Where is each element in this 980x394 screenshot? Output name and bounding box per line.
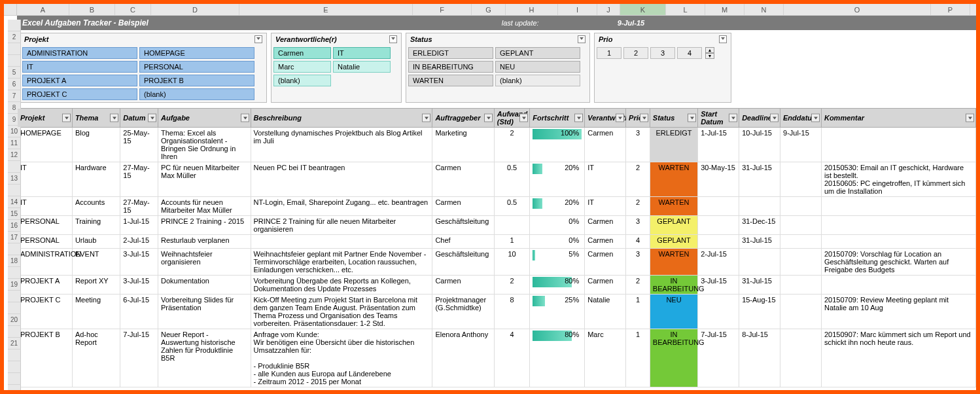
slicer-item[interactable]: PROJEKT A <box>22 75 137 86</box>
progress-cell[interactable]: 80% <box>530 276 585 295</box>
status-cell[interactable]: IN BEARBEITUNG <box>650 329 697 387</box>
table-header-cell[interactable]: Enddatum <box>780 109 822 128</box>
row-header[interactable] <box>8 185 21 196</box>
cell[interactable] <box>780 197 822 216</box>
slicer-item[interactable]: ERLEDIGT <box>408 47 493 59</box>
cell[interactable]: Weihnachtsfeier geplant mit Partner Ende… <box>251 249 432 276</box>
cell[interactable]: 27-May-15 <box>120 197 158 216</box>
cell[interactable]: IT <box>18 197 73 216</box>
cell[interactable]: Accounts für neuen Mitarbeiter Max Mülle… <box>158 197 251 216</box>
cell[interactable]: 4 <box>494 329 530 387</box>
filter-dropdown-icon[interactable] <box>241 114 249 122</box>
cell[interactable]: 3-Jul-15 <box>120 276 158 295</box>
cell[interactable]: 20150709: Review Meeting geplant mit Nat… <box>821 295 975 329</box>
col-header-D[interactable]: D <box>151 4 239 15</box>
progress-cell[interactable]: 25% <box>530 295 585 329</box>
cell[interactable]: Urlaub <box>72 235 120 249</box>
slicer-item[interactable]: HOMEPAGE <box>139 47 254 59</box>
cell[interactable] <box>739 197 780 216</box>
cell[interactable]: Thema: Excel als Organisationstalent - B… <box>158 128 251 162</box>
row-header[interactable]: 20 <box>8 314 21 326</box>
spin-down-icon[interactable]: ▼ <box>705 53 714 59</box>
col-header-F[interactable]: F <box>413 4 472 15</box>
cell[interactable]: 1-Jul-15 <box>120 216 158 235</box>
row-header[interactable]: 18 <box>8 255 21 267</box>
slicer-item[interactable]: NEU <box>495 61 580 73</box>
cell[interactable] <box>821 276 975 295</box>
table-header-cell[interactable]: Beschreibung <box>251 109 432 128</box>
cell[interactable]: ADMINISTRATION <box>18 249 73 276</box>
cell[interactable]: 31-Dec-15 <box>739 216 780 235</box>
filter-dropdown-icon[interactable] <box>688 114 696 122</box>
cell[interactable]: 20150530: Email an IT geschickt, Hardwar… <box>821 162 975 197</box>
status-cell[interactable]: IN BEARBEITUNG <box>650 276 697 295</box>
cell[interactable]: Anfrage vom Kunde: Wir benötigen eine Üb… <box>251 329 432 387</box>
row-header[interactable]: 5 <box>8 67 21 79</box>
col-header-I[interactable]: I <box>558 4 597 15</box>
row-header[interactable]: 11 <box>8 137 21 149</box>
cell[interactable]: 1 <box>626 295 650 329</box>
cell[interactable]: PC für neuen Mitarbeiter Max Müller <box>158 162 251 197</box>
cell[interactable]: Ad-hoc Report <box>72 329 120 387</box>
cell[interactable]: IT <box>585 197 626 216</box>
table-header-cell[interactable]: Prio <box>626 109 650 128</box>
cell[interactable]: 3 <box>626 128 650 162</box>
cell[interactable]: 2-Jul-15 <box>698 249 739 276</box>
cell[interactable]: HOMEPAGE <box>18 128 73 162</box>
cell[interactable]: IT <box>585 162 626 197</box>
cell[interactable]: 2 <box>494 128 530 162</box>
row-header[interactable] <box>8 373 21 385</box>
filter-dropdown-icon[interactable] <box>616 114 624 122</box>
cell[interactable]: Carmen <box>432 276 494 295</box>
cell[interactable]: 31-Jul-15 <box>739 235 780 249</box>
cell[interactable]: 7-Jul-15 <box>698 329 739 387</box>
filter-dropdown-icon[interactable] <box>519 114 528 122</box>
cell[interactable]: 3 <box>626 249 650 276</box>
progress-cell[interactable]: 5% <box>530 249 585 276</box>
slicer-item[interactable]: 3 <box>650 47 675 59</box>
cell[interactable] <box>698 295 739 329</box>
cell[interactable]: Marc <box>585 329 626 387</box>
table-header-cell[interactable]: Start Datum <box>698 109 739 128</box>
row-header[interactable]: 17 <box>8 232 21 243</box>
cell[interactable]: Carmen <box>585 276 626 295</box>
row-header[interactable] <box>8 43 21 55</box>
col-header-A[interactable]: A <box>17 4 69 15</box>
cell[interactable]: 3-Jul-15 <box>120 249 158 276</box>
cell[interactable]: Marketing <box>432 128 494 162</box>
row-header[interactable]: 6 <box>8 79 21 90</box>
cell[interactable]: Meeting <box>72 295 120 329</box>
cell[interactable]: Carmen <box>585 216 626 235</box>
cell[interactable]: PROJEKT B <box>18 329 73 387</box>
row-header[interactable]: 2 <box>8 31 21 43</box>
col-header-E[interactable]: E <box>239 4 413 15</box>
status-cell[interactable]: WARTEN <box>650 249 697 276</box>
row-header[interactable] <box>8 291 21 302</box>
cell[interactable]: Hardware <box>72 162 120 197</box>
cell[interactable]: Geschäftsleitung <box>432 249 494 276</box>
table-header-cell[interactable]: Kommentar <box>821 109 975 128</box>
cell[interactable]: 10-Jul-15 <box>739 128 780 162</box>
cell[interactable]: 10 <box>494 249 530 276</box>
slicer-item[interactable]: (blank) <box>273 75 331 86</box>
col-header-H[interactable]: H <box>506 4 558 15</box>
slicer-item[interactable]: Carmen <box>273 47 331 59</box>
cell[interactable]: 31-Jul-15 <box>739 162 780 197</box>
cell[interactable] <box>494 216 530 235</box>
cell[interactable]: Vorstellung dynamisches Projektbuch als … <box>251 128 432 162</box>
cell[interactable]: Neuen PC bei IT beantragen <box>251 162 432 197</box>
filter-dropdown-icon[interactable] <box>770 114 779 122</box>
cell[interactable]: 1 <box>626 329 650 387</box>
cell[interactable]: Dokumentation <box>158 276 251 295</box>
filter-dropdown-icon[interactable] <box>110 114 118 122</box>
col-header-O[interactable]: O <box>784 4 931 15</box>
col-header-J[interactable]: J <box>597 4 620 15</box>
filter-dropdown-icon[interactable] <box>640 114 648 122</box>
cell[interactable] <box>821 197 975 216</box>
slicer-item[interactable]: PROJEKT B <box>139 75 254 86</box>
col-header-B[interactable]: B <box>69 4 115 15</box>
cell[interactable]: 15-Aug-15 <box>739 295 780 329</box>
row-header[interactable]: 16 <box>8 220 21 232</box>
cell[interactable] <box>698 216 739 235</box>
cell[interactable] <box>821 216 975 235</box>
